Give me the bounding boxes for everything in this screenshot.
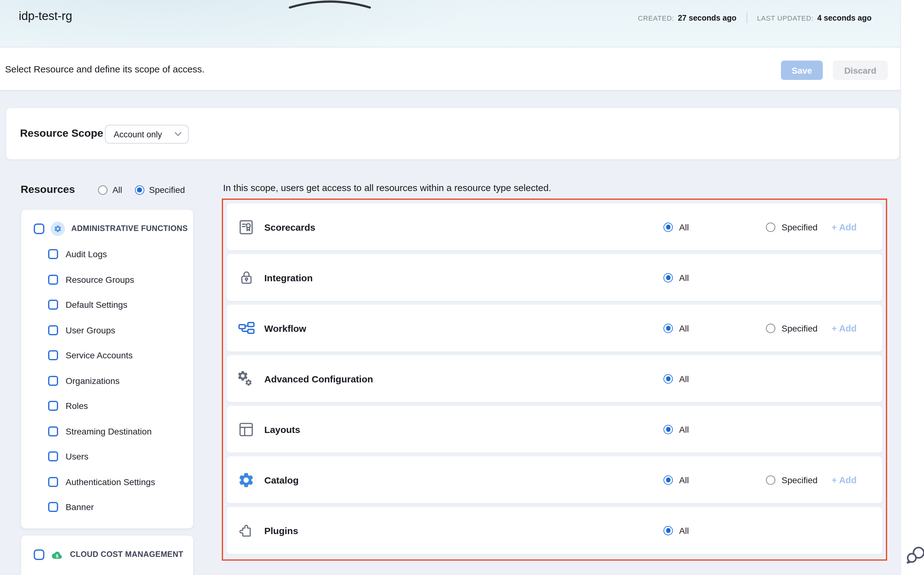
resource-type-row: Catalog All Specified + Add xyxy=(227,456,882,503)
discard-button[interactable]: Discard xyxy=(833,60,888,80)
all-radio-label: All xyxy=(679,323,689,333)
all-radio-label: All xyxy=(679,525,689,535)
resource-item-checkbox[interactable] xyxy=(48,275,58,285)
resource-type-name: Scorecards xyxy=(264,222,315,232)
resource-item: Users xyxy=(48,444,193,469)
layout-icon xyxy=(237,421,255,438)
resource-group-card: ADMINISTRATIVE FUNCTIONS Audit Logs Reso… xyxy=(21,209,194,529)
gear-blue-icon xyxy=(237,471,255,489)
all-radio-label: All xyxy=(679,374,689,384)
resources-scope-options: AllSpecified xyxy=(98,185,193,195)
all-radio[interactable] xyxy=(663,222,673,232)
resource-item-checkbox[interactable] xyxy=(48,325,58,335)
all-radio-label: All xyxy=(679,273,689,283)
resource-item-label: Audit Logs xyxy=(65,249,107,259)
specified-radio[interactable] xyxy=(766,323,775,333)
resource-item-label: Default Settings xyxy=(65,300,127,310)
scorecard-icon xyxy=(237,218,255,236)
resource-item-checkbox[interactable] xyxy=(48,401,58,411)
resource-item-checkbox[interactable] xyxy=(48,351,58,361)
page-header: idp-test-rg CREATED: 27 seconds ago LAST… xyxy=(0,0,900,48)
group-label: CLOUD COST MANAGEMENT xyxy=(70,550,183,559)
resource-item-label: Banner xyxy=(65,502,94,512)
resource-type-row: Scorecards All Specified + Add xyxy=(227,203,882,250)
specified-radio[interactable] xyxy=(766,222,775,232)
last-updated-label: LAST UPDATED: xyxy=(757,14,814,22)
top-arc-decoration xyxy=(286,0,374,9)
resource-item-label: Authentication Settings xyxy=(65,477,155,487)
add-button[interactable]: + Add xyxy=(832,222,857,232)
resource-scope-dropdown[interactable]: Account only xyxy=(105,125,189,144)
resource-type-name: Layouts xyxy=(264,424,300,435)
resource-item-label: Streaming Destination xyxy=(65,426,152,437)
resource-item-checkbox[interactable] xyxy=(48,477,58,487)
resource-scope-value: Account only xyxy=(114,130,162,139)
resource-item: Audit Logs xyxy=(48,241,193,267)
resource-scope-card: Resource Scope Account only xyxy=(6,107,900,160)
created-label: CREATED: xyxy=(638,14,674,22)
all-radio[interactable] xyxy=(663,374,673,383)
specified-radio-label: Specified xyxy=(782,222,817,232)
resource-type-name: Catalog xyxy=(264,475,299,485)
resources-specified-radio[interactable] xyxy=(135,185,144,194)
add-button[interactable]: + Add xyxy=(832,475,857,485)
resource-group-header: ADMINISTRATIVE FUNCTIONS xyxy=(21,210,193,237)
resource-item-label: Users xyxy=(65,452,88,462)
resource-item-checkbox[interactable] xyxy=(48,376,58,386)
all-radio-label: All xyxy=(679,475,689,485)
group-items: Audit Logs Resource Groups Default Setti… xyxy=(48,241,193,528)
resource-item-checkbox[interactable] xyxy=(48,502,58,512)
group-label: ADMINISTRATIVE FUNCTIONS xyxy=(71,224,188,233)
resources-all-radio[interactable] xyxy=(98,185,107,194)
page-title: idp-test-rg xyxy=(19,10,72,23)
resource-type-row: Layouts All xyxy=(227,406,882,453)
group-checkbox[interactable] xyxy=(34,549,45,560)
scope-description: In this scope, users get access to all r… xyxy=(223,182,551,193)
svg-text:$: $ xyxy=(56,553,59,558)
group-checkbox[interactable] xyxy=(34,223,45,234)
resources-all-label: All xyxy=(112,185,122,195)
resource-item: Roles xyxy=(48,393,193,419)
workflow-icon xyxy=(237,319,255,337)
all-radio[interactable] xyxy=(663,424,673,434)
all-radio[interactable] xyxy=(663,323,673,333)
resource-item: User Groups xyxy=(48,318,193,343)
resource-type-row: Advanced Configuration All xyxy=(227,355,882,402)
resource-type-name: Workflow xyxy=(264,323,306,334)
puzzle-icon xyxy=(237,522,255,539)
save-button[interactable]: Save xyxy=(781,60,823,80)
resource-item: Default Settings xyxy=(48,292,193,318)
resource-type-name: Plugins xyxy=(264,525,298,536)
resource-item-checkbox[interactable] xyxy=(48,249,58,259)
lock-icon xyxy=(237,269,255,286)
resource-group-header: $ CLOUD COST MANAGEMENT xyxy=(21,536,193,563)
resource-item: Banner xyxy=(48,494,193,520)
last-updated-value: 4 seconds ago xyxy=(817,13,871,22)
all-radio[interactable] xyxy=(663,475,673,484)
resource-scope-label: Resource Scope xyxy=(20,127,103,140)
resource-item-checkbox[interactable] xyxy=(48,426,58,437)
resource-type-name: Advanced Configuration xyxy=(264,373,373,384)
resource-item: Service Accounts xyxy=(48,343,193,368)
all-radio[interactable] xyxy=(663,526,673,535)
specified-radio[interactable] xyxy=(766,475,775,484)
specified-radio-label: Specified xyxy=(782,323,817,333)
resource-group-card: $ CLOUD COST MANAGEMENT Recommendations xyxy=(21,535,194,575)
all-radio-label: All xyxy=(679,424,689,434)
resource-item-label: Roles xyxy=(65,401,88,411)
scope-instruction: Select Resource and define its scope of … xyxy=(5,64,205,74)
resource-item-checkbox[interactable] xyxy=(48,452,58,462)
chat-bubbles-icon[interactable] xyxy=(905,545,924,565)
resource-type-row: Workflow All Specified + Add xyxy=(227,305,882,351)
all-radio-label: All xyxy=(679,222,689,232)
gears-icon xyxy=(237,370,255,388)
all-radio[interactable] xyxy=(663,273,673,282)
resource-item: Resource Groups xyxy=(48,267,193,292)
toolbar: Select Resource and define its scope of … xyxy=(0,48,900,91)
chevron-down-icon xyxy=(174,132,182,137)
resources-specified-label: Specified xyxy=(149,185,185,195)
specified-radio-label: Specified xyxy=(782,475,817,485)
meta-divider xyxy=(747,13,747,23)
add-button[interactable]: + Add xyxy=(832,323,857,333)
resource-item-checkbox[interactable] xyxy=(48,300,58,310)
